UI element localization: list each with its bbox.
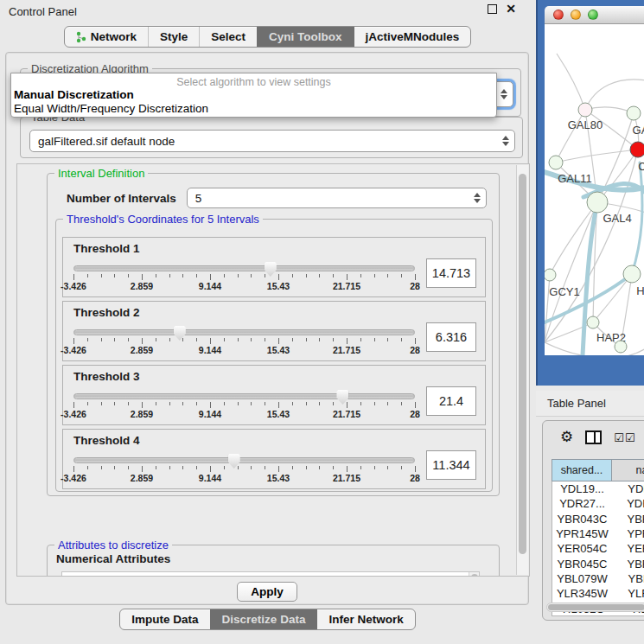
tick-mark: [87, 274, 88, 277]
checkbox-checked-icons[interactable]: ☑☑: [614, 431, 635, 444]
threshold-body: -3.4262.8599.14415.4321.715286.316: [73, 322, 476, 355]
horizontal-scrollbar[interactable]: [546, 603, 644, 612]
tick-mark: [306, 402, 307, 405]
tab-label: Impute Data: [131, 613, 198, 626]
tick-mark: [401, 402, 402, 405]
threshold-panel: Threshold 2-3.4262.8599.14415.4321.71528…: [62, 301, 486, 361]
network-node-gal4[interactable]: [587, 192, 608, 213]
slider-track[interactable]: [73, 393, 415, 399]
threshold-slider[interactable]: -3.4262.8599.14415.4321.71528: [73, 322, 415, 355]
tick-mark: [101, 402, 102, 405]
tick-mark: [142, 338, 143, 344]
table-row[interactable]: YDL19...YDL1: [552, 481, 644, 496]
tick-mark: [401, 466, 402, 469]
popup-option-manual-discretization[interactable]: Manual Discretization: [11, 88, 496, 102]
threshold-slider[interactable]: -3.4262.8599.14415.4321.71528: [73, 258, 415, 291]
tick-mark: [196, 402, 197, 405]
tick-mark: [387, 402, 388, 405]
tick-mark: [128, 338, 129, 341]
threshold-value-field[interactable]: 14.713: [426, 258, 476, 288]
tick-mark: [238, 466, 239, 469]
table-row[interactable]: YDR27...YDR2: [552, 496, 644, 511]
tick-mark: [182, 402, 183, 405]
tick-mark: [169, 466, 170, 469]
tab-select[interactable]: Select: [199, 27, 257, 47]
threshold-slider[interactable]: -3.4262.8599.14415.4321.71528: [73, 450, 415, 483]
bottom-tab-infer-network[interactable]: Infer Network: [316, 609, 414, 629]
network-node-c[interactable]: [630, 142, 644, 157]
network-node-gal11[interactable]: [549, 156, 563, 169]
network-view-canvas[interactable]: GAL80GACGAL11GAL4GCY1HHAP2: [545, 24, 644, 355]
tick-mark: [333, 274, 334, 277]
mac-minimize-icon[interactable]: [571, 10, 581, 20]
tab-style[interactable]: Style: [148, 27, 199, 47]
tick-label: 9.144: [199, 473, 221, 483]
tick-mark: [292, 274, 293, 277]
table-row[interactable]: YPR145WYPR1: [552, 526, 644, 541]
tick-label: 21.715: [333, 345, 360, 355]
split-columns-icon[interactable]: [585, 430, 602, 444]
tick-mark: [73, 466, 74, 472]
slider-track[interactable]: [73, 329, 415, 335]
column-header-name[interactable]: na: [612, 459, 644, 481]
network-node[interactable]: [615, 341, 627, 353]
tick-mark: [306, 338, 307, 341]
popup-hint: Select algorithm to view settings: [11, 73, 496, 88]
network-node-h[interactable]: [623, 265, 641, 283]
threshold-slider[interactable]: -3.4262.8599.14415.4321.71528: [73, 386, 415, 419]
network-node-hap2[interactable]: [587, 316, 599, 328]
table-row[interactable]: YLR345WYLR3: [552, 586, 644, 601]
tick-mark: [87, 338, 88, 341]
number-of-intervals-combobox[interactable]: 5: [187, 188, 487, 208]
network-node-gcy1[interactable]: [545, 269, 556, 281]
table-cell: YLR345W: [552, 587, 612, 600]
tick-mark: [196, 466, 197, 469]
threshold-value-field[interactable]: 11.344: [426, 450, 476, 480]
group-title: Interval Definition: [54, 167, 148, 180]
tick-label: 9.144: [199, 345, 221, 355]
threshold-value-field[interactable]: 6.316: [426, 322, 476, 352]
network-node-gal80[interactable]: [578, 103, 592, 117]
popup-option-equal-width-frequency-discretization[interactable]: Equal Width/Frequency Discretization: [11, 102, 496, 116]
slider-track[interactable]: [73, 265, 415, 271]
tick-mark: [73, 338, 74, 344]
tab-network[interactable]: Network: [65, 27, 148, 47]
table-row[interactable]: YBL079WYBL0: [552, 571, 644, 586]
float-window-icon[interactable]: [488, 4, 497, 14]
threshold-value-field[interactable]: 21.4: [426, 386, 476, 416]
bottom-tab-impute-data[interactable]: Impute Data: [120, 609, 209, 629]
tick-mark: [73, 402, 74, 408]
vertical-scrollbar[interactable]: [516, 165, 528, 575]
list-scrollbar[interactable]: [469, 572, 479, 577]
threshold-panel: Threshold 1-3.4262.8599.14415.4321.71528…: [62, 237, 486, 297]
table-row[interactable]: YBR045CYBR0: [552, 556, 644, 571]
table-row[interactable]: YER054CYER0: [552, 541, 644, 556]
tick-mark: [319, 274, 320, 277]
table-data-combobox[interactable]: galFiltered.sif default node: [29, 130, 515, 152]
table-cell: YER0: [612, 542, 644, 555]
tick-mark: [128, 466, 129, 469]
apply-button[interactable]: Apply: [237, 582, 297, 602]
bottom-tab-discretize-data[interactable]: Discretize Data: [210, 609, 317, 629]
network-node-ga[interactable]: [627, 106, 641, 120]
tick-mark: [251, 338, 252, 341]
network-window-titlebar: [545, 6, 644, 24]
table-row[interactable]: YBR043CYBR0: [552, 512, 644, 526]
mac-zoom-icon[interactable]: [588, 10, 598, 20]
tab-jactivemnodules[interactable]: jActiveMNodules: [354, 27, 471, 47]
table-cell: YBR0: [612, 513, 644, 526]
attribute-item-selfloops[interactable]: SelfLoops: [62, 572, 479, 577]
tick-mark: [142, 274, 143, 280]
mac-close-icon[interactable]: [553, 10, 564, 20]
column-header-shared-name[interactable]: shared...: [552, 459, 612, 481]
close-icon[interactable]: ✕: [506, 4, 516, 14]
gear-icon[interactable]: ⚙: [560, 430, 573, 444]
tick-mark: [306, 274, 307, 277]
tick-mark: [360, 466, 361, 469]
tick-mark: [347, 402, 348, 408]
tab-label: Cyni Toolbox: [269, 30, 342, 43]
threshold-body: -3.4262.8599.14415.4321.7152821.4: [73, 386, 476, 419]
slider-track[interactable]: [73, 457, 415, 463]
tab-cyni-toolbox[interactable]: Cyni Toolbox: [257, 27, 354, 47]
tick-mark: [114, 402, 115, 405]
